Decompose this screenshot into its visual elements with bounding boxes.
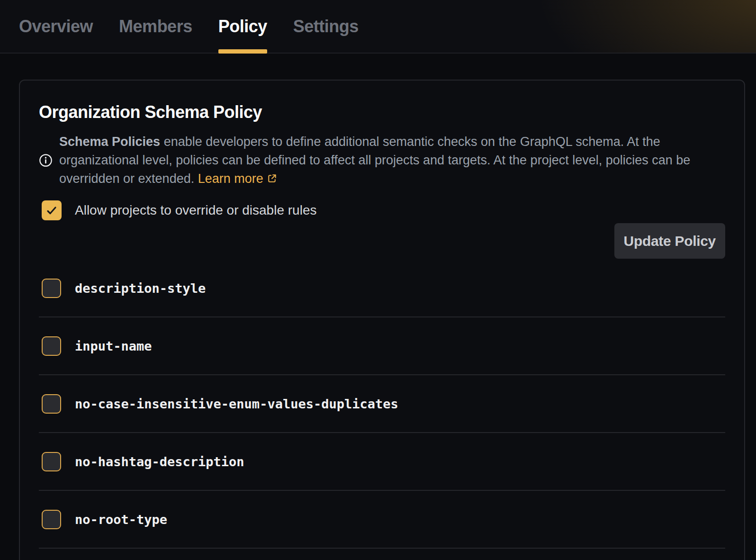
button-row: Update Policy xyxy=(39,223,725,259)
allow-override-label: Allow projects to override or disable ru… xyxy=(75,203,316,218)
tab-overview[interactable]: Overview xyxy=(19,0,93,53)
org-header: Overview Members Policy Settings xyxy=(0,0,756,54)
rule-row: description-style xyxy=(39,260,725,317)
check-icon xyxy=(45,204,58,217)
policy-description: Schema Policies enable developers to def… xyxy=(59,133,713,188)
external-link-icon xyxy=(267,173,278,184)
tab-bar: Overview Members Policy Settings xyxy=(19,0,359,53)
rule-name-label: no-hashtag-description xyxy=(75,454,244,469)
rule-row: no-root-type xyxy=(39,491,725,549)
rule-name-label: input-name xyxy=(75,339,152,353)
allow-override-row: Allow projects to override or disable ru… xyxy=(39,200,316,220)
update-policy-button[interactable]: Update Policy xyxy=(614,223,725,259)
learn-more-label: Learn more xyxy=(198,172,263,186)
tab-members[interactable]: Members xyxy=(119,0,192,53)
rules-list: description-style input-name no-case-ins… xyxy=(39,260,725,549)
tab-settings[interactable]: Settings xyxy=(293,0,359,53)
rule-checkbox[interactable] xyxy=(42,510,61,529)
learn-more-link[interactable]: Learn more xyxy=(198,172,278,186)
schema-policy-card: Organization Schema Policy Schema Polici… xyxy=(19,80,745,560)
rule-checkbox[interactable] xyxy=(42,394,61,414)
active-tab-underline xyxy=(218,49,267,54)
tab-overview-label: Overview xyxy=(19,17,93,36)
tab-policy[interactable]: Policy xyxy=(218,0,267,53)
description-lead: Schema Policies xyxy=(59,135,160,149)
rule-name-label: no-root-type xyxy=(75,512,167,527)
rule-row: input-name xyxy=(39,317,725,375)
rule-checkbox[interactable] xyxy=(42,336,61,356)
rule-checkbox[interactable] xyxy=(42,452,61,471)
info-icon xyxy=(39,154,53,167)
tab-settings-label: Settings xyxy=(293,17,359,36)
page-title: Organization Schema Policy xyxy=(39,102,725,122)
rule-name-label: description-style xyxy=(75,281,206,296)
rule-name-label: no-case-insensitive-enum-values-duplicat… xyxy=(75,397,398,411)
tab-policy-label: Policy xyxy=(218,17,267,36)
policy-description-row: Schema Policies enable developers to def… xyxy=(39,133,725,188)
allow-override-checkbox[interactable] xyxy=(42,200,62,220)
main-content: Organization Schema Policy Schema Polici… xyxy=(0,54,756,560)
rule-row: no-case-insensitive-enum-values-duplicat… xyxy=(39,375,725,433)
rule-checkbox[interactable] xyxy=(42,279,61,298)
tab-members-label: Members xyxy=(119,17,192,36)
rule-row: no-hashtag-description xyxy=(39,433,725,491)
